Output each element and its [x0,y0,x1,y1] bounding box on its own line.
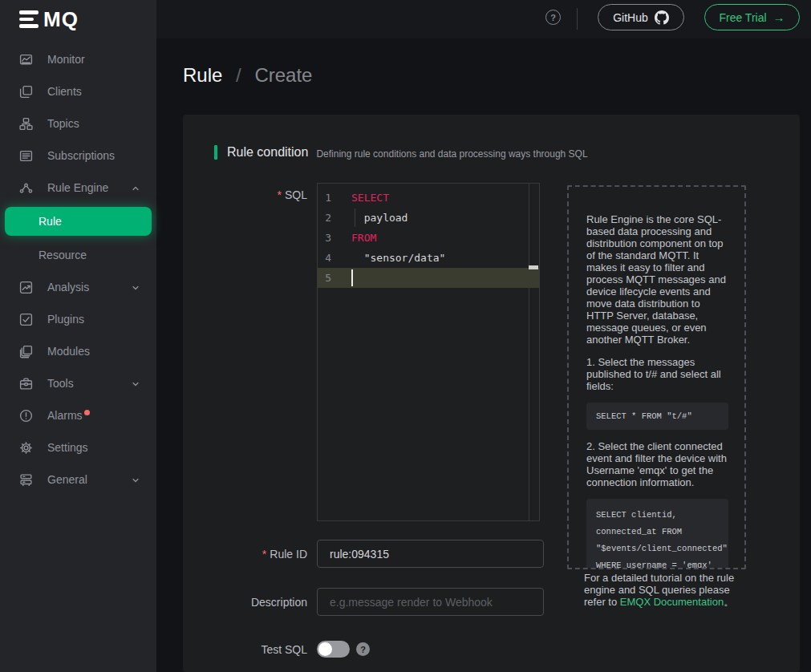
sql-keyword: FROM [351,228,376,248]
sidebar-item-analysis[interactable]: Analysis [0,271,156,303]
sidebar-item-settings[interactable]: Settings [0,431,156,464]
github-button-label: GitHub [613,11,648,24]
sidebar-item-alarms[interactable]: Alarms [0,399,156,431]
help-intro: Rule Engine is the core SQL-based data p… [586,213,728,346]
required-marker: * [262,548,266,561]
sidebar-item-label: Subscriptions [47,149,115,162]
sidebar-item-clients[interactable]: Clients [0,75,156,107]
documentation-note: For a detailed tutorial on the rule engi… [584,572,750,608]
help-code-example-1: SELECT * FROM "t/#" [586,403,728,430]
github-icon [655,10,669,25]
help-step2: 2. Select the client connected event and… [586,440,728,488]
rule-create-card: Rule condition Defining rule conditions … [183,115,800,672]
sidebar-item-label: Monitor [47,53,85,66]
emqx-documentation-link[interactable]: EMQX Documentation [620,596,724,608]
help-icon[interactable]: ? [545,10,561,25]
sql-keyword: SELECT [351,188,389,208]
sidebar-item-topics[interactable]: Topics [0,107,156,140]
sql-editor-line: 2 payload [318,208,539,228]
sidebar-item-label: Resource [39,249,87,261]
app-root: MQ Monitor Clients Topics [0,0,811,672]
line-number: 1 [318,188,351,208]
github-button[interactable]: GitHub [598,4,684,30]
help-step1: 1. Select the messages published to t/# … [586,356,728,392]
sql-editor[interactable]: 1 SELECT 2 payload 3 FROM 4 "sensor/data… [317,183,540,521]
emq-logo-text: MQ [43,7,79,32]
section-accent-bar [214,145,217,160]
sidebar: MQ Monitor Clients Topics [0,0,156,672]
editor-scrollbar[interactable] [529,184,539,520]
sidebar-item-tools[interactable]: Tools [0,367,156,399]
test-sql-field-label: Test SQL [183,643,307,656]
clients-icon [19,85,33,99]
emq-logo[interactable]: MQ [0,0,156,38]
sidebar-item-modules[interactable]: Modules [0,335,156,367]
sidebar-item-resource[interactable]: Resource [0,239,156,271]
breadcrumb: Rule / Create [183,64,312,87]
sidebar-item-rule[interactable]: Rule [5,207,152,236]
sql-text: payload [351,208,408,228]
editor-scrollbar-thumb[interactable] [529,265,538,269]
chevron-up-icon [131,183,140,192]
chevron-down-icon [131,379,140,388]
alarm-badge [84,410,90,415]
section-header: Rule condition Defining rule conditions … [214,145,588,160]
test-sql-toggle[interactable] [317,641,350,658]
sidebar-item-label: Rule Engine [47,181,108,194]
emq-logo-bars-icon [19,10,39,28]
test-sql-help-icon[interactable]: ? [356,642,370,656]
line-number: 2 [318,208,351,228]
sql-editor-line: 1 SELECT [318,188,539,208]
sidebar-item-label: Plugins [47,313,84,326]
line-number: 3 [318,228,351,248]
tools-icon [19,377,33,391]
toggle-knob [318,642,332,656]
sidebar-item-monitor[interactable]: Monitor [0,43,156,75]
sql-text: "sensor/data" [351,248,445,268]
sidebar-item-rule-engine[interactable]: Rule Engine [0,172,156,204]
gear-icon [19,441,33,455]
sql-field-label: *SQL [183,188,307,201]
sidebar-item-plugins[interactable]: Plugins [0,303,156,335]
free-trial-button[interactable]: Free Trial → [704,4,800,30]
rule-id-input[interactable] [317,540,544,568]
sidebar-item-subscriptions[interactable]: Subscriptions [0,140,156,172]
arrow-right-icon: → [773,10,785,24]
topbar: ? GitHub Free Trial → [156,0,811,38]
sql-editor-line: 3 FROM [318,228,539,248]
free-trial-label: Free Trial [719,11,766,24]
main-content: Rule / Create Rule condition Defining ru… [156,38,811,672]
breadcrumb-rule[interactable]: Rule [183,64,222,86]
modules-icon [19,345,33,358]
monitor-icon [19,53,33,67]
sidebar-item-general[interactable]: General [0,464,156,496]
sidebar-item-label: General [47,473,87,486]
help-code-example-2: SELECT clientid, connected_at FROM "$eve… [586,499,728,569]
required-marker: * [278,188,282,201]
line-number: 5 [318,268,351,288]
sidebar-item-label: Alarms [47,409,83,422]
subscriptions-icon [19,149,33,163]
sidebar-item-label: Modules [47,345,90,358]
chevron-down-icon [131,282,140,292]
rule-id-field-label: *Rule ID [183,548,307,561]
breadcrumb-separator: / [236,64,241,86]
sql-editor-line: 4 "sensor/data" [318,248,539,268]
text-cursor [351,269,353,286]
indent-guide [355,208,355,227]
line-number: 4 [318,248,351,268]
description-input[interactable] [317,588,544,616]
sidebar-item-label: Topics [47,117,79,130]
general-icon [19,473,33,487]
rule-engine-icon [19,181,33,195]
sql-editor-active-line: 5 [318,268,539,288]
sidebar-item-label: Analysis [47,281,89,293]
sidebar-item-label: Clients [47,85,82,98]
chevron-down-icon [131,475,140,484]
rule-engine-help-panel: Rule Engine is the core SQL-based data p… [567,185,746,569]
sidebar-item-label: Tools [47,377,74,390]
sidebar-menu: Monitor Clients Topics Subscriptions [0,43,156,496]
breadcrumb-create: Create [254,64,312,86]
description-field-label: Description [183,596,307,609]
alarms-icon [19,409,33,423]
